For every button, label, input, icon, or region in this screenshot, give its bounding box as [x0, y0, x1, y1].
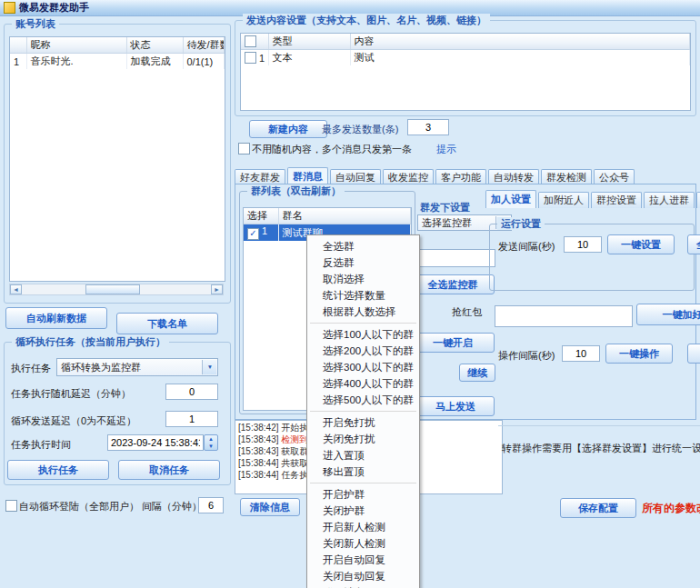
group-col-name[interactable]: 群名 — [278, 208, 411, 224]
random-content-checkbox[interactable] — [238, 143, 250, 154]
select-all-monitor-button[interactable]: 全选监控群 — [411, 274, 495, 294]
menu-item-group-send[interactable]: 群发消息 — [307, 584, 419, 588]
tab-group-control[interactable]: 群控设置 — [591, 192, 642, 208]
continue-button[interactable]: 继续 — [459, 364, 495, 382]
hint-text: 转群操作需要用【选择群发设置】进行统一设置 — [502, 442, 700, 455]
accounts-col-select[interactable] — [10, 37, 26, 54]
content-row[interactable]: 1 文本 测试 — [241, 50, 690, 66]
content-col-select[interactable] — [241, 34, 268, 50]
menu-item-newmember-check-on[interactable]: 开启新人检测 — [307, 519, 419, 535]
content-list[interactable]: 类型 内容 1 文本 测试 — [240, 33, 691, 111]
tab-add-people-settings[interactable]: 加人设置 — [485, 190, 536, 208]
menu-item-under-500[interactable]: 选择500人以下的群 — [307, 392, 419, 408]
menu-item-guard-on[interactable]: 开启护群 — [307, 486, 419, 503]
accounts-group-title: 账号列表 — [12, 17, 59, 30]
menu-item-count-selection[interactable]: 统计选择数量 — [307, 287, 419, 304]
max-send-input[interactable] — [407, 119, 449, 135]
send-interval-input[interactable] — [564, 236, 602, 253]
group-row-num: 1 — [262, 225, 267, 236]
menu-item-guard-off[interactable]: 关闭护群 — [307, 503, 419, 519]
cancel-task-button[interactable]: 取消任务 — [118, 460, 220, 480]
task-loop-label: 循环发送延迟（0为不延迟） — [11, 414, 136, 428]
clear-log-button[interactable]: 清除信息 — [240, 498, 300, 516]
scroll-right-icon[interactable] — [211, 284, 223, 294]
menu-separator — [310, 411, 416, 412]
one-key-set-button[interactable]: 一键设置 — [607, 234, 675, 254]
accounts-col-count[interactable]: 待发/群数 — [183, 37, 225, 54]
tab-add-nearby[interactable]: 加附近人 — [538, 192, 589, 208]
content-col-content[interactable]: 内容 — [350, 34, 690, 50]
new-content-button[interactable]: 新建内容 — [249, 120, 327, 138]
run-task-button[interactable]: 执行任务 — [7, 460, 109, 480]
menu-item-cancel-selection[interactable]: 取消选择 — [307, 271, 419, 287]
task-delay-input[interactable] — [165, 384, 218, 400]
chevron-down-icon[interactable] — [202, 360, 216, 374]
accounts-list[interactable]: 昵称 状态 待发/群数 1 音乐时光. 加载完成 0/1(1) — [9, 36, 225, 282]
monitor-group-combo-value: 选择监控群 — [422, 216, 472, 230]
account-row-count: 0/1(1) — [183, 54, 225, 70]
content-col-type[interactable]: 类型 — [268, 34, 350, 50]
save-config-button[interactable]: 保存配置 — [560, 498, 636, 518]
send-interval-label: 发送间隔(秒) — [498, 240, 555, 254]
accounts-col-nickname[interactable]: 昵称 — [26, 37, 126, 54]
op-interval-input[interactable] — [562, 345, 600, 362]
tab-other[interactable]: 其他 — [696, 192, 700, 208]
group-row-checkbox[interactable] — [247, 228, 259, 240]
grouplist-title: 群列表（双击刷新） — [247, 184, 345, 197]
menu-item-unpin[interactable]: 移出置顶 — [307, 463, 419, 480]
menu-item-select-all-groups[interactable]: 全选群 — [307, 238, 419, 254]
menu-item-autoreply-off[interactable]: 关闭自动回复 — [307, 568, 419, 584]
menu-item-under-400[interactable]: 选择400人以下的群 — [307, 375, 419, 392]
send-now-button[interactable]: 马上发送 — [416, 396, 495, 416]
time-spinner-icon[interactable]: ▲▼ — [204, 434, 218, 451]
menu-item-select-by-size[interactable]: 根据群人数选择 — [307, 304, 419, 320]
task-type-label: 执行任务 — [11, 362, 51, 375]
refresh-accounts-button[interactable]: 自动刷新数据 — [5, 307, 107, 329]
menu-item-pin[interactable]: 进入置顶 — [307, 447, 419, 463]
one-key-op-button[interactable]: 一键操作 — [605, 344, 673, 364]
menu-item-autoreply-on[interactable]: 开启自动回复 — [307, 552, 419, 568]
task-loop-input[interactable] — [165, 411, 218, 427]
one-key-add-friend-button[interactable]: 一键加好友 — [636, 304, 700, 325]
scroll-left-icon[interactable] — [10, 284, 22, 294]
save-warning-text: 所有的参数改动需要保存 — [642, 501, 700, 516]
content-row-select: 1 — [241, 50, 268, 66]
group-search-input[interactable] — [417, 249, 495, 267]
account-row-status: 加载完成 — [126, 54, 183, 70]
menu-item-mute-off[interactable]: 关闭免打扰 — [307, 431, 419, 447]
task-time-label: 任务执行时间 — [11, 438, 71, 452]
task-time-input[interactable] — [107, 434, 204, 451]
menu-item-invert-selection[interactable]: 反选群 — [307, 254, 419, 271]
auto-login-checkbox[interactable] — [5, 500, 17, 512]
menu-item-under-100[interactable]: 选择100人以下的群 — [307, 326, 419, 343]
content-row-checkbox[interactable] — [245, 52, 256, 64]
task-group-title: 循环执行任务（按当前用户执行） — [12, 335, 169, 348]
group-col-select[interactable]: 选择 — [244, 208, 278, 224]
tab-pull-into-group[interactable]: 拉人进群 — [644, 192, 695, 208]
task-type-combo[interactable]: 循环转换为监控群 — [56, 358, 218, 376]
accounts-col-status[interactable]: 状态 — [126, 37, 183, 54]
menu-item-under-300[interactable]: 选择300人以下的群 — [307, 359, 419, 375]
start-button[interactable]: 一键开启 — [411, 333, 495, 353]
menu-item-newmember-check-off[interactable]: 关闭新人检测 — [307, 535, 419, 552]
auto-login-interval-input[interactable] — [198, 497, 224, 513]
tip-link[interactable]: 提示 — [436, 143, 456, 156]
add-friend-input[interactable] — [495, 305, 633, 327]
redpacket-label: 抢红包 — [452, 305, 482, 319]
menu-item-under-200[interactable]: 选择200人以下的群 — [307, 343, 419, 359]
export-list-button[interactable]: 下载名单 — [116, 313, 218, 334]
scroll-thumb[interactable] — [85, 284, 140, 294]
task-delay-label: 任务执行随机延迟（分钟） — [11, 387, 131, 401]
group-row-select: 1 — [244, 224, 278, 242]
menu-item-mute-on[interactable]: 开启免打扰 — [307, 414, 419, 431]
accounts-hscrollbar[interactable] — [9, 284, 224, 295]
content-row-num: 1 — [259, 53, 265, 64]
content-header-checkbox[interactable] — [245, 35, 256, 47]
op-all-button[interactable]: 全上传 — [687, 344, 700, 364]
task-type-value: 循环转换为监控群 — [61, 361, 141, 374]
op-interval-label: 操作间隔(秒) — [498, 349, 555, 363]
account-row[interactable]: 1 音乐时光. 加载完成 0/1(1) — [10, 54, 225, 70]
tab-group-message[interactable]: 群消息 — [287, 167, 328, 185]
run-settings-title: 运行设置 — [497, 217, 545, 230]
set-all-button[interactable]: 全部设置 — [687, 234, 700, 254]
